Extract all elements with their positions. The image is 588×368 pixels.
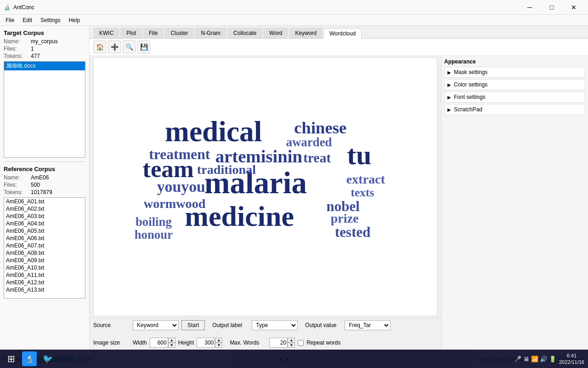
save-button[interactable]: 💾 bbox=[137, 40, 150, 53]
ref-file-item[interactable]: AmE06_A05.txt bbox=[4, 227, 85, 235]
max-words-down[interactable]: ▼ bbox=[288, 343, 295, 348]
tab-cluster[interactable]: Cluster bbox=[164, 28, 194, 38]
max-words-label: Max. Words bbox=[230, 339, 266, 346]
search-button[interactable]: 🔍 bbox=[123, 40, 136, 53]
wordcloud-word[interactable]: traditional bbox=[197, 162, 256, 177]
max-words-up[interactable]: ▲ bbox=[288, 338, 295, 343]
close-button[interactable]: ✕ bbox=[563, 0, 584, 15]
wordcloud-word[interactable]: tested bbox=[335, 224, 370, 240]
ref-file-item[interactable]: AmE06_A09.txt bbox=[4, 257, 85, 264]
wordcloud-svg: medicalmalariamedicinetuartemisininteamc… bbox=[94, 58, 437, 316]
max-words-input[interactable]: 20 bbox=[269, 338, 288, 348]
ref-name-label: Name: bbox=[4, 174, 29, 181]
titlebar: 🔬 AntConc ─ □ ✕ bbox=[0, 0, 588, 15]
color-settings-item[interactable]: ▶ Color settings bbox=[444, 79, 585, 90]
tab-ngram[interactable]: N-Gram bbox=[195, 28, 226, 38]
height-down[interactable]: ▼ bbox=[215, 343, 222, 348]
taskbar-app-icon[interactable]: 🔬 bbox=[22, 351, 37, 366]
mask-settings-item[interactable]: ▶ Mask settings bbox=[444, 67, 585, 78]
ref-file-item[interactable]: AmE06_A11.txt bbox=[4, 271, 85, 279]
target-files-label: Files: bbox=[4, 46, 29, 52]
tabbar: KWIC Plot File Cluster N-Gram Collocate … bbox=[90, 26, 588, 39]
tab-wordcloud[interactable]: Wordcloud bbox=[323, 28, 362, 39]
ref-file-item[interactable]: AmE06_A02.txt bbox=[4, 205, 85, 213]
ref-file-item[interactable]: AmE06_A01.txt bbox=[4, 198, 85, 205]
toolbar: 🏠 ➕ 🔍 💾 bbox=[90, 39, 588, 56]
content-columns: medicalmalariamedicinetuartemisininteamc… bbox=[90, 56, 588, 350]
menu-help[interactable]: Help bbox=[65, 16, 84, 24]
wordcloud-word[interactable]: prize bbox=[331, 211, 359, 225]
target-tokens-label: Tokens: bbox=[4, 53, 29, 59]
color-expand-icon: ▶ bbox=[447, 82, 451, 87]
ref-file-list: AmE06_A01.txtAmE06_A02.txtAmE06_A03.txtA… bbox=[4, 197, 85, 299]
repeat-words-checkbox[interactable] bbox=[298, 340, 304, 346]
taskbar-extra-icon[interactable]: 🐦 bbox=[40, 351, 55, 366]
target-corpus-title: Target Corpus bbox=[4, 29, 85, 36]
appearance-title: Appearance bbox=[444, 58, 585, 65]
menu-file[interactable]: File bbox=[2, 16, 18, 24]
scratchpad-expand-icon: ▶ bbox=[447, 107, 451, 112]
wordcloud-word[interactable]: treat bbox=[303, 150, 331, 165]
output-label-select[interactable]: Type bbox=[252, 320, 298, 330]
add-button[interactable]: ➕ bbox=[108, 40, 121, 53]
scratchpad-item[interactable]: ▶ ScratchPad bbox=[444, 104, 585, 115]
minimize-button[interactable]: ─ bbox=[519, 0, 540, 15]
source-select[interactable]: Keyword bbox=[133, 320, 179, 330]
taskbar: ⊞ 🔬 🐦 🎤 🖥 📶 🔊 🔋 6:41 2022/11/16 bbox=[0, 350, 588, 368]
right-panel: Appearance ▶ Mask settings ▶ Color setti… bbox=[441, 56, 588, 350]
menu-edit[interactable]: Edit bbox=[19, 16, 36, 24]
reference-corpus-title: Reference Corpus bbox=[4, 166, 85, 172]
clock-time: 6:41 bbox=[559, 352, 584, 359]
mask-settings-label: Mask settings bbox=[454, 69, 487, 75]
tab-keyword[interactable]: Keyword bbox=[289, 28, 323, 38]
tab-word[interactable]: Word bbox=[263, 28, 288, 38]
ref-file-item[interactable]: AmE06_A06.txt bbox=[4, 235, 85, 242]
ref-file-item[interactable]: AmE06_A13.txt bbox=[4, 286, 85, 293]
tab-plot[interactable]: Plot bbox=[120, 28, 142, 38]
font-expand-icon: ▶ bbox=[447, 95, 451, 100]
width-down[interactable]: ▼ bbox=[168, 343, 175, 348]
windows-button[interactable]: ⊞ bbox=[4, 351, 18, 366]
target-tokens-value: 477 bbox=[31, 53, 40, 59]
ref-file-item[interactable]: AmE06_A08.txt bbox=[4, 249, 85, 257]
wordcloud-word[interactable]: treatment bbox=[149, 146, 210, 162]
width-input[interactable]: 600 bbox=[150, 338, 168, 348]
ref-file-item[interactable]: AmE06_A12.txt bbox=[4, 279, 85, 286]
height-input[interactable]: 300 bbox=[197, 338, 215, 348]
restore-button[interactable]: □ bbox=[541, 0, 562, 15]
wordcloud-word[interactable]: extract bbox=[346, 172, 385, 186]
tab-kwic[interactable]: KWIC bbox=[93, 28, 119, 38]
ref-files-value: 500 bbox=[31, 182, 40, 188]
font-settings-label: Font settings bbox=[454, 94, 486, 100]
target-name-value: my_corpus bbox=[31, 38, 58, 45]
wordcloud-word[interactable]: tu bbox=[347, 140, 371, 170]
height-up[interactable]: ▲ bbox=[215, 338, 222, 343]
app-icon: 🔬 bbox=[4, 4, 11, 11]
start-button[interactable]: Start bbox=[181, 320, 205, 330]
ref-files-label: Files: bbox=[4, 182, 29, 188]
tab-file[interactable]: File bbox=[143, 28, 164, 38]
menu-settings[interactable]: Settings bbox=[37, 16, 64, 24]
wordcloud-word[interactable]: youyou bbox=[157, 178, 205, 195]
ref-file-item[interactable]: AmE06_A03.txt bbox=[4, 213, 85, 220]
font-settings-item[interactable]: ▶ Font settings bbox=[444, 92, 585, 103]
ref-tokens-value: 1017879 bbox=[31, 189, 52, 196]
wordcloud-word[interactable]: medical bbox=[165, 115, 262, 148]
output-value-select[interactable]: Freq_Tar bbox=[345, 320, 390, 330]
wordcloud-word[interactable]: chinese bbox=[294, 118, 346, 137]
wordcloud-word[interactable]: boiling bbox=[136, 215, 172, 229]
wordcloud-word[interactable]: honour bbox=[135, 228, 173, 242]
ref-file-item[interactable]: AmE06_A07.txt bbox=[4, 242, 85, 249]
clock: 6:41 2022/11/16 bbox=[559, 352, 584, 366]
width-up[interactable]: ▲ bbox=[168, 338, 175, 343]
ref-file-item[interactable]: AmE06_A04.txt bbox=[4, 220, 85, 227]
tab-collocate[interactable]: Collocate bbox=[227, 28, 262, 38]
home-button[interactable]: 🏠 bbox=[93, 40, 106, 53]
wordcloud-word[interactable]: texts bbox=[351, 186, 374, 199]
source-label: Source bbox=[93, 322, 130, 328]
wordcloud-word[interactable]: wormwood bbox=[144, 196, 206, 211]
ref-file-item[interactable]: AmE06_A10.txt bbox=[4, 264, 85, 271]
scratchpad-label: ScratchPad bbox=[454, 106, 482, 113]
wordcloud-word[interactable]: awarded bbox=[286, 135, 332, 149]
target-file-item[interactable]: 属呦呦.docx bbox=[4, 62, 85, 70]
